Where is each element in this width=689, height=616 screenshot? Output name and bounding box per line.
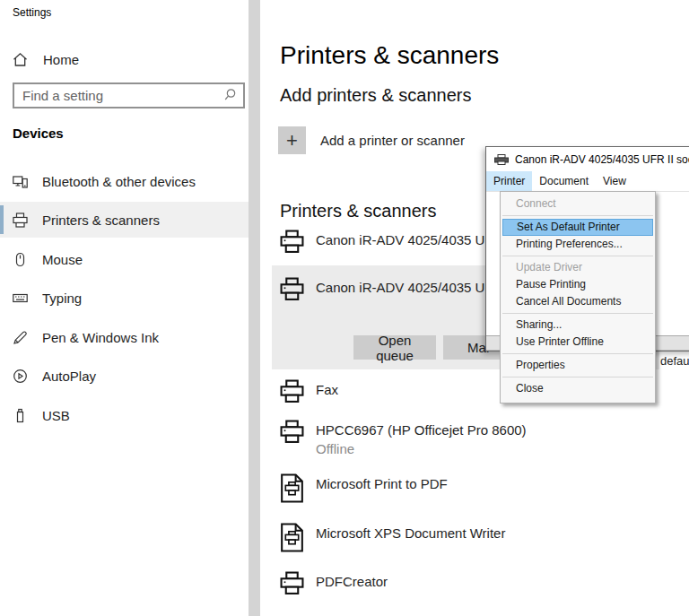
sidebar-scrollbar[interactable] xyxy=(249,0,260,616)
sidebar-item-label: Mouse xyxy=(42,252,83,267)
printers-section-title: Printers & scanners xyxy=(280,201,437,221)
sidebar-item-home[interactable]: Home xyxy=(0,45,249,74)
queue-window-title: Canon iR-ADV 4025/4035 UFR II soci xyxy=(515,153,689,166)
printer-row-print-to-pdf[interactable]: Microsoft Print to PDF xyxy=(280,473,448,503)
menu-separator xyxy=(502,353,653,354)
printer-row-canon-2[interactable]: Canon iR-ADV 4025/4035 UFR I xyxy=(280,277,510,301)
printer-icon xyxy=(280,420,304,444)
printer-icon xyxy=(280,277,304,301)
page-title: Printers & scanners xyxy=(280,41,499,70)
printer-menu-dropdown: Connect Set As Default Printer Printing … xyxy=(500,191,656,403)
print-to-file-icon xyxy=(280,473,304,503)
printer-name: Fax xyxy=(316,379,338,397)
menu-item-update-driver: Update Driver xyxy=(501,259,655,276)
sidebar-item-label: Pen & Windows Ink xyxy=(42,330,159,345)
autoplay-icon xyxy=(13,369,28,384)
printer-name: PDFCreator xyxy=(316,571,388,589)
printer-icon xyxy=(280,379,304,403)
add-printer-label: Add a printer or scanner xyxy=(320,133,465,148)
sidebar-item-label: USB xyxy=(42,408,70,423)
sidebar-item-label: Home xyxy=(43,52,79,67)
plus-icon: + xyxy=(278,126,306,154)
add-printer-button[interactable]: + Add a printer or scanner xyxy=(278,126,465,154)
sidebar-item-pen[interactable]: Pen & Windows Ink xyxy=(0,319,249,355)
sidebar-item-typing[interactable]: Typing xyxy=(0,280,249,316)
menu-separator xyxy=(502,215,653,216)
sidebar-item-label: Bluetooth & other devices xyxy=(42,174,196,189)
bluetooth-devices-icon xyxy=(13,174,28,189)
printer-row-canon-1[interactable]: Canon iR-ADV 4025/4035 UFR I xyxy=(280,230,510,254)
search-input[interactable] xyxy=(14,88,222,103)
window-printer-icon xyxy=(494,154,509,165)
default-text-fragment: default xyxy=(660,354,689,368)
sidebar-item-autoplay[interactable]: AutoPlay xyxy=(0,358,249,394)
printer-icon xyxy=(280,571,304,595)
printer-row-hp[interactable]: HPCC6967 (HP Officejet Pro 8600) xyxy=(280,420,527,444)
sidebar-section-title: Devices xyxy=(13,126,64,141)
sidebar: Settings Home Devices xyxy=(0,0,260,616)
printer-icon xyxy=(280,230,304,254)
menu-item-close[interactable]: Close xyxy=(501,380,655,397)
queue-window-menubar: Printer Document View xyxy=(486,171,689,192)
menubar-item-document[interactable]: Document xyxy=(532,171,596,191)
home-icon xyxy=(13,52,28,67)
printer-name: Canon iR-ADV 4025/4035 UFR I xyxy=(316,230,510,247)
search-box xyxy=(13,82,245,108)
add-section-title: Add printers & scanners xyxy=(280,85,471,106)
sidebar-item-bluetooth[interactable]: Bluetooth & other devices xyxy=(0,163,249,199)
menubar-item-view[interactable]: View xyxy=(596,171,633,191)
app-title: Settings xyxy=(13,6,51,19)
menu-item-pause-printing[interactable]: Pause Printing xyxy=(501,276,655,293)
mouse-icon xyxy=(13,252,28,267)
menu-separator xyxy=(502,256,653,256)
printer-name: Microsoft Print to PDF xyxy=(316,473,448,491)
sidebar-item-usb[interactable]: USB xyxy=(0,397,249,433)
printer-icon xyxy=(13,213,28,228)
usb-icon xyxy=(13,408,28,423)
sidebar-item-mouse[interactable]: Mouse xyxy=(0,241,249,277)
menu-item-sharing[interactable]: Sharing... xyxy=(501,317,655,334)
printer-name: Microsoft XPS Document Writer xyxy=(316,523,505,541)
search-icon[interactable] xyxy=(222,87,243,105)
menubar-item-printer[interactable]: Printer xyxy=(486,171,532,191)
pen-icon xyxy=(13,330,28,345)
menu-item-connect: Connect xyxy=(501,195,655,213)
open-queue-button[interactable]: Open queue xyxy=(353,335,436,360)
menu-item-printing-preferences[interactable]: Printing Preferences... xyxy=(501,236,655,253)
menu-item-properties[interactable]: Properties xyxy=(501,357,655,374)
sidebar-item-printers[interactable]: Printers & scanners xyxy=(0,202,249,238)
keyboard-icon xyxy=(13,291,28,306)
queue-window-titlebar[interactable]: Canon iR-ADV 4025/4035 UFR II soci xyxy=(486,147,689,171)
printer-row-pdfcreator[interactable]: PDFCreator xyxy=(280,571,388,595)
menu-separator xyxy=(502,313,653,314)
sidebar-item-label: Printers & scanners xyxy=(42,213,160,228)
menu-item-use-printer-offline[interactable]: Use Printer Offline xyxy=(501,334,655,351)
sidebar-item-label: AutoPlay xyxy=(42,369,96,384)
menu-item-set-as-default[interactable]: Set As Default Printer xyxy=(502,219,653,236)
settings-window: Settings Home Devices xyxy=(0,0,689,616)
menu-separator xyxy=(502,377,653,377)
printer-row-fax[interactable]: Fax xyxy=(280,379,338,403)
sidebar-item-label: Typing xyxy=(42,291,82,306)
printer-name: Canon iR-ADV 4025/4035 UFR I xyxy=(316,277,510,295)
printer-status: Offline xyxy=(316,441,354,456)
printer-row-xps[interactable]: Microsoft XPS Document Writer xyxy=(280,523,505,552)
printer-name: HPCC6967 (HP Officejet Pro 8600) xyxy=(316,420,527,438)
menu-item-cancel-all-documents[interactable]: Cancel All Documents xyxy=(501,293,655,310)
print-to-file-icon xyxy=(280,523,304,552)
